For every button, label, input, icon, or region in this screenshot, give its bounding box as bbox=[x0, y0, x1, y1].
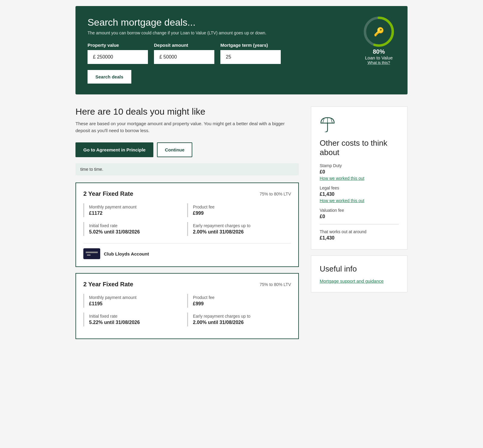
deal-card-2-header: 2 Year Fixed Rate 75% to 80% LTV bbox=[83, 281, 291, 288]
right-column: Other costs to think about Stamp Duty £0… bbox=[311, 106, 408, 345]
continue-button[interactable]: Continue bbox=[157, 142, 192, 157]
results-title: Here are 10 deals you might like bbox=[75, 106, 299, 117]
deal-2-product-fee-value: £999 bbox=[193, 301, 291, 307]
info-banner: time to time. bbox=[75, 163, 299, 175]
ltv-what-link[interactable]: What is this? bbox=[362, 60, 395, 65]
action-buttons: Go to Agreement in Principle Continue bbox=[75, 142, 299, 157]
deal-2-ltv: 75% to 80% LTV bbox=[260, 282, 291, 287]
useful-info-link[interactable]: Mortgage support and guidance bbox=[320, 278, 399, 284]
legal-fees-link[interactable]: How we worked this out bbox=[320, 198, 399, 203]
deal-1-product-fee-value: £999 bbox=[193, 211, 291, 216]
deal-2-product-fee-label: Product fee bbox=[193, 295, 291, 300]
main-content: Here are 10 deals you might like These a… bbox=[75, 106, 408, 345]
deal-2-product-fee: Product fee £999 bbox=[187, 294, 291, 308]
property-value-group: Property value bbox=[88, 43, 148, 64]
deal-1-card-icon bbox=[83, 248, 100, 259]
useful-info-title: Useful info bbox=[320, 264, 399, 274]
deposit-input[interactable] bbox=[154, 50, 214, 64]
deal-1-account-name: Club Lloyds Account bbox=[104, 251, 149, 256]
cost-total-value: £1,430 bbox=[320, 235, 399, 241]
search-deals-button[interactable]: Search deals bbox=[88, 70, 131, 84]
deal-1-monthly-label: Monthly payment amount bbox=[89, 205, 187, 209]
valuation-fee-item: Valuation fee £0 bbox=[320, 208, 399, 219]
deal-2-monthly: Monthly payment amount £1195 bbox=[83, 294, 187, 308]
deal-card-2: 2 Year Fixed Rate 75% to 80% LTV Monthly… bbox=[75, 273, 299, 339]
deal-1-early-repayment-value: 2.00% until 31/08/2026 bbox=[193, 229, 291, 235]
ltv-percent: 80% bbox=[362, 48, 395, 55]
mortgage-term-group: Mortgage term (years) bbox=[220, 43, 281, 64]
deal-1-early-repayment: Early repayment charges up to 2.00% unti… bbox=[187, 222, 291, 236]
deal-1-account: Club Lloyds Account bbox=[83, 248, 291, 259]
deal-2-monthly-value: £1195 bbox=[89, 301, 187, 307]
stamp-duty-link[interactable]: How we worked this out bbox=[320, 176, 399, 181]
deal-2-details: Monthly payment amount £1195 Product fee… bbox=[83, 294, 291, 331]
deal-1-ltv: 75% to 80% LTV bbox=[260, 192, 291, 196]
useful-info-box: Useful info Mortgage support and guidanc… bbox=[311, 256, 408, 292]
deal-1-initial-rate-label: Initial fixed rate bbox=[89, 223, 187, 228]
legal-fees-label: Legal fees bbox=[320, 186, 399, 190]
deal-2-monthly-label: Monthly payment amount bbox=[89, 295, 187, 300]
ltv-circle: 🔑 bbox=[362, 15, 395, 48]
deal-1-product-fee: Product fee £999 bbox=[187, 203, 291, 217]
deal-2-type: 2 Year Fixed Rate bbox=[83, 281, 133, 288]
search-form: Property value Deposit amount Mortgage t… bbox=[88, 43, 395, 64]
info-banner-text: time to time. bbox=[80, 167, 103, 172]
results-subtitle: These are based on your mortgage amount … bbox=[75, 120, 299, 134]
stamp-duty-item: Stamp Duty £0 How we worked this out bbox=[320, 163, 399, 181]
cost-total-label: That works out at around bbox=[320, 229, 399, 234]
ltv-center: 🔑 bbox=[374, 27, 384, 37]
deal-2-initial-rate-label: Initial fixed rate bbox=[89, 314, 187, 319]
deal-1-initial-rate: Initial fixed rate 5.02% until 31/08/202… bbox=[83, 222, 187, 236]
other-costs-box: Other costs to think about Stamp Duty £0… bbox=[311, 106, 408, 249]
deal-1-monthly: Monthly payment amount £1172 bbox=[83, 203, 187, 217]
deposit-amount-group: Deposit amount bbox=[154, 43, 214, 64]
other-costs-title: Other costs to think about bbox=[320, 138, 399, 157]
mortgage-term-label: Mortgage term (years) bbox=[220, 43, 281, 48]
stamp-duty-value: £0 bbox=[320, 169, 399, 175]
deal-card-1-header: 2 Year Fixed Rate 75% to 80% LTV bbox=[83, 190, 291, 197]
property-value-label: Property value bbox=[88, 43, 148, 48]
stamp-duty-label: Stamp Duty bbox=[320, 163, 399, 168]
legal-fees-item: Legal fees £1,430 How we worked this out bbox=[320, 186, 399, 203]
deal-2-early-repayment-value: 2.00% until 31/08/2026 bbox=[193, 320, 291, 325]
cost-divider bbox=[320, 224, 399, 224]
deal-1-details: Monthly payment amount £1172 Product fee… bbox=[83, 203, 291, 241]
deposit-label: Deposit amount bbox=[154, 43, 214, 48]
valuation-fee-value: £0 bbox=[320, 214, 399, 219]
go-to-aip-button[interactable]: Go to Agreement in Principle bbox=[75, 142, 153, 157]
deal-1-divider bbox=[83, 243, 291, 243]
umbrella-icon bbox=[320, 115, 399, 135]
search-title: Search mortgage deals... bbox=[88, 17, 395, 28]
deal-2-initial-rate-value: 5.22% until 31/08/2026 bbox=[89, 320, 187, 325]
svg-rect-3 bbox=[86, 252, 98, 253]
property-value-input[interactable] bbox=[88, 50, 148, 64]
deal-2-initial-rate: Initial fixed rate 5.22% until 31/08/202… bbox=[83, 313, 187, 326]
mortgage-term-input[interactable] bbox=[220, 50, 281, 64]
deal-2-early-repayment: Early repayment charges up to 2.00% unti… bbox=[187, 313, 291, 326]
deal-1-product-fee-label: Product fee bbox=[193, 205, 291, 209]
svg-rect-2 bbox=[86, 250, 98, 258]
left-column: Here are 10 deals you might like These a… bbox=[75, 106, 299, 345]
search-subtitle: The amount you can borrow could change i… bbox=[88, 30, 395, 35]
deal-1-monthly-value: £1172 bbox=[89, 211, 187, 216]
deal-card-1: 2 Year Fixed Rate 75% to 80% LTV Monthly… bbox=[75, 183, 299, 267]
deal-1-early-repayment-label: Early repayment charges up to bbox=[193, 223, 291, 228]
valuation-fee-label: Valuation fee bbox=[320, 208, 399, 213]
legal-fees-value: £1,430 bbox=[320, 192, 399, 197]
svg-rect-4 bbox=[87, 255, 91, 256]
ltv-container: 🔑 80% Loan to Value What is this? bbox=[362, 15, 395, 65]
ltv-label: Loan to Value bbox=[362, 55, 395, 60]
deal-1-type: 2 Year Fixed Rate bbox=[83, 190, 133, 197]
search-header: Search mortgage deals... The amount you … bbox=[75, 6, 408, 94]
deal-2-early-repayment-label: Early repayment charges up to bbox=[193, 314, 291, 319]
deal-1-initial-rate-value: 5.02% until 31/08/2026 bbox=[89, 229, 187, 235]
